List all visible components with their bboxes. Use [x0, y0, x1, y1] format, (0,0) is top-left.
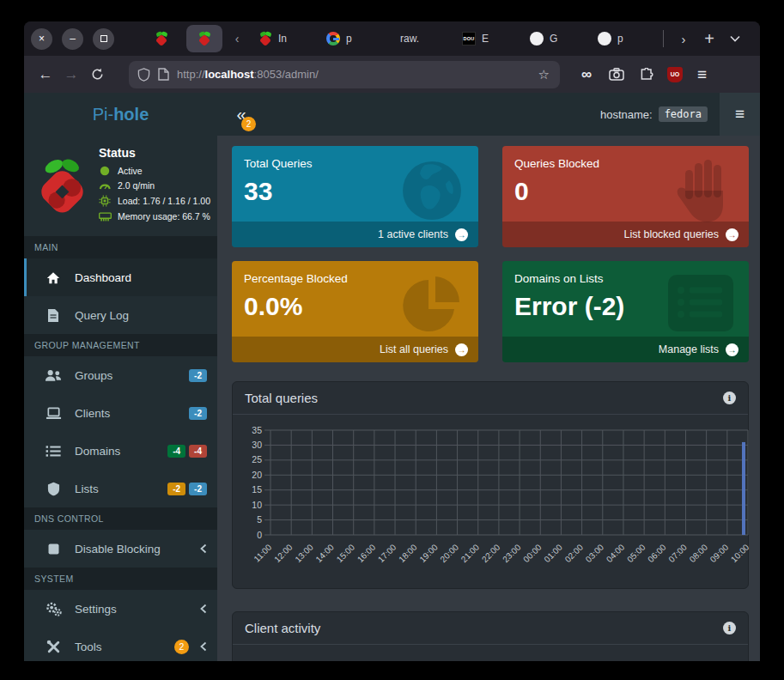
screenshot-camera-icon[interactable] — [607, 65, 626, 84]
forward-button[interactable]: → — [58, 62, 84, 88]
firefox-menu-icon[interactable]: ≡ — [697, 65, 707, 84]
github-favicon-icon — [530, 32, 544, 46]
panel-header: Total queries i — [233, 382, 748, 415]
chevron-left-icon — [199, 543, 207, 554]
browser-window: × – ‹ Inpraw.DOUEGp › + ← → — [24, 21, 760, 661]
status-text: Load: 1.76 / 1.16 / 1.00 — [118, 196, 210, 206]
sidebar-item-disable-blocking[interactable]: Disable Blocking — [24, 530, 217, 568]
svg-text:03:00: 03:00 — [584, 542, 606, 564]
card-footer-label: 1 active clients — [378, 228, 448, 240]
page-info-icon[interactable] — [158, 68, 169, 81]
active-tab-pihole[interactable] — [186, 25, 222, 52]
browser-tab[interactable]: In — [248, 25, 316, 52]
svg-text:04:00: 04:00 — [605, 542, 627, 564]
svg-text:07:00: 07:00 — [666, 542, 689, 564]
update-count-badge: 2 — [241, 117, 256, 131]
sidebar-item-lists[interactable]: Lists-2-2 — [24, 470, 217, 507]
tab-strip-actions: › + — [663, 26, 748, 52]
back-button[interactable]: ← — [33, 62, 58, 88]
scroll-tabs-left-icon[interactable]: ‹ — [226, 32, 248, 46]
header-menu-button[interactable]: ≡ — [720, 93, 760, 136]
svg-text:22:00: 22:00 — [480, 542, 502, 564]
browser-tab[interactable]: DOUE — [452, 25, 520, 52]
sidebar-item-settings[interactable]: Settings — [24, 590, 217, 628]
pihole-favicon-icon — [155, 32, 168, 46]
query-bar[interactable] — [742, 442, 745, 535]
status-item: Memory usage: 66.7 % — [99, 211, 210, 222]
card-footer-link[interactable]: List blocked queries→ — [502, 222, 749, 247]
card-footer-link[interactable]: 1 active clients→ — [232, 222, 478, 247]
close-button[interactable]: × — [31, 28, 52, 50]
extensions-puzzle-icon[interactable] — [637, 65, 656, 84]
maximize-button[interactable] — [93, 28, 114, 50]
sidebar-section-header: SYSTEM — [24, 568, 217, 590]
count-badge: -2 — [189, 369, 207, 382]
svg-text:08:00: 08:00 — [688, 542, 710, 564]
svg-text:09:00: 09:00 — [708, 542, 731, 564]
svg-text:10: 10 — [252, 500, 262, 510]
svg-text:12:00: 12:00 — [272, 542, 295, 564]
minimize-button[interactable]: – — [62, 28, 83, 50]
cpu-icon — [99, 195, 111, 207]
info-icon[interactable]: i — [723, 622, 736, 634]
svg-text:02:00: 02:00 — [563, 542, 586, 564]
sidebar-item-label: Groups — [75, 369, 112, 382]
sidebar-item-domains[interactable]: Domains-4-4 — [24, 432, 217, 470]
tracking-shield-icon[interactable] — [137, 68, 150, 82]
pihole-favicon-icon — [258, 32, 272, 46]
sidebar-item-groups[interactable]: Groups-2 — [24, 356, 217, 394]
sidebar-item-tools[interactable]: Tools2 — [24, 628, 217, 661]
sidebar-section-header: MAIN — [24, 236, 217, 258]
sidebar-item-label: Lists — [75, 483, 99, 495]
status-item: 2.0 q/min — [99, 180, 210, 191]
laptop-icon — [44, 407, 63, 420]
svg-text:18:00: 18:00 — [397, 542, 419, 564]
sidebar-collapse-toggle[interactable]: « 2 — [229, 93, 253, 136]
summary-card-domains-on-lists: Domains on ListsError (-2)Manage lists→ — [502, 261, 749, 362]
users-icon — [44, 369, 63, 382]
browser-tab[interactable]: G — [520, 25, 587, 52]
panel-title: Total queries — [245, 391, 318, 405]
count-badge: -2 — [189, 483, 207, 495]
sidebar-item-dashboard[interactable]: Dashboard — [24, 258, 217, 296]
svg-text:23:00: 23:00 — [501, 542, 523, 564]
svg-text:20: 20 — [252, 470, 262, 480]
sidebar-nav: MAINDashboardQuery LogGROUP MANAGEMENTGr… — [24, 236, 217, 661]
new-tab-button[interactable]: + — [696, 26, 722, 52]
tab-list: ‹ Inpraw.DOUEGp — [147, 25, 655, 52]
list-all-tabs-icon[interactable] — [722, 26, 748, 52]
tab-strip-divider — [663, 30, 664, 47]
toolbar-extensions: ∞ UO ≡ — [577, 65, 707, 84]
sidebar-item-label: Disable Blocking — [75, 543, 161, 556]
panel-title: Client activity — [245, 621, 320, 635]
card-footer-link[interactable]: Manage lists→ — [502, 337, 749, 362]
scroll-tabs-right-icon[interactable]: › — [671, 26, 696, 52]
svg-text:10:00: 10:00 — [729, 542, 751, 564]
list-icon — [666, 273, 735, 333]
total-queries-chart[interactable]: 0510152025303511:0012:0013:0014:0015:001… — [241, 420, 757, 581]
pihole-logo-text[interactable]: Pi-hole — [24, 93, 217, 136]
stop-icon — [44, 543, 63, 555]
sidebar-item-clients[interactable]: Clients-2 — [24, 394, 217, 432]
total-queries-panel: Total queries i 0510152025303511:0012:00… — [232, 381, 749, 589]
browser-tab[interactable]: p — [316, 25, 384, 52]
bookmark-star-icon[interactable]: ☆ — [535, 67, 553, 82]
count-badge: -2 — [189, 407, 207, 420]
status-item: Active — [99, 166, 210, 176]
card-footer-label: List all queries — [380, 343, 448, 355]
reload-button[interactable] — [84, 62, 110, 88]
info-icon[interactable]: i — [723, 392, 736, 404]
pinned-tab-pihole[interactable] — [147, 32, 176, 46]
tab-title: In — [278, 33, 287, 45]
svg-text:0: 0 — [257, 530, 262, 540]
url-bar[interactable]: http://localhost:8053/admin/ ☆ — [129, 61, 560, 88]
sidebar-item-query-log[interactable]: Query Log — [24, 296, 217, 334]
browser-tab[interactable]: raw. — [384, 25, 452, 52]
browser-tab[interactable]: p — [587, 25, 655, 52]
svg-text:21:00: 21:00 — [459, 542, 482, 564]
card-footer-link[interactable]: List all queries→ — [232, 337, 478, 362]
status-item: Load: 1.76 / 1.16 / 1.00 — [99, 195, 210, 207]
mask-extension-icon[interactable]: ∞ — [577, 65, 596, 84]
notification-badge: 2 — [174, 640, 189, 654]
ublock-origin-icon[interactable]: UO — [667, 67, 683, 82]
